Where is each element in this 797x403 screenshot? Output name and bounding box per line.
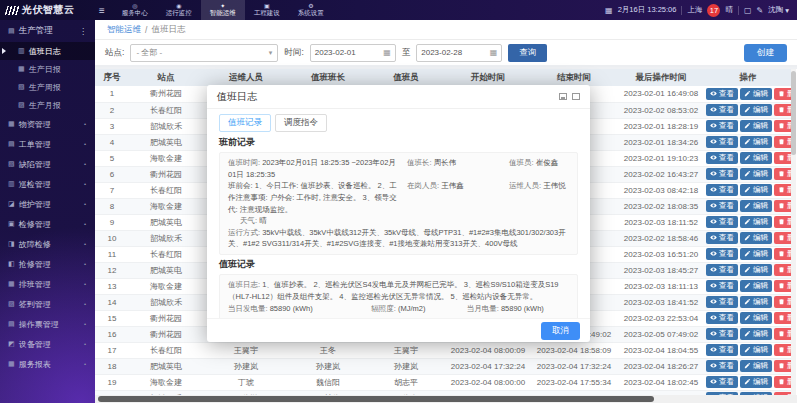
- tab-duty-record[interactable]: 值班记录: [219, 114, 271, 132]
- edit-button[interactable]: 编辑: [740, 216, 772, 229]
- minimize-icon[interactable]: [559, 93, 567, 100]
- sidebar-group-物资管理[interactable]: ▦物资管理•: [0, 114, 95, 134]
- sidebar-group-排班管理[interactable]: ▦排班管理•: [0, 274, 95, 294]
- nav-item-服务中心[interactable]: ◎服务中心: [113, 0, 157, 20]
- edit-button[interactable]: 编辑: [740, 200, 772, 213]
- view-button[interactable]: 查看: [706, 168, 738, 181]
- delete-button[interactable]: 删除: [774, 200, 791, 213]
- delete-button[interactable]: 删除: [774, 88, 791, 101]
- sidebar-group-故障检修[interactable]: ◨故障检修•: [0, 234, 95, 254]
- date-to-input[interactable]: 2023-02-28 ▦: [416, 44, 502, 62]
- sidebar-item-生产日报[interactable]: ▦生产日报: [0, 60, 95, 78]
- delete-button[interactable]: 删除: [774, 312, 791, 325]
- view-button[interactable]: 查看: [706, 232, 738, 245]
- sidebar-item-生产月报[interactable]: ▨生产月报: [0, 96, 95, 114]
- scrollbar-thumb[interactable]: [98, 396, 654, 402]
- edit-button[interactable]: 编辑: [740, 376, 772, 389]
- sidebar-group-工单管理[interactable]: ▤工单管理•: [0, 134, 95, 154]
- sidebar-group-production[interactable]: ▤生产管理⋮: [0, 20, 95, 42]
- query-button[interactable]: 查询: [508, 44, 547, 62]
- breadcrumb-parent[interactable]: 智能运维: [107, 24, 141, 36]
- view-button[interactable]: 查看: [706, 136, 738, 149]
- view-button[interactable]: 查看: [706, 200, 738, 213]
- view-button[interactable]: 查看: [706, 376, 738, 389]
- edit-button[interactable]: 编辑: [740, 360, 772, 373]
- edit-button[interactable]: 编辑: [740, 280, 772, 293]
- edit-button[interactable]: 编辑: [740, 296, 772, 309]
- delete-button[interactable]: 删除: [774, 120, 791, 133]
- edit-button[interactable]: 编辑: [740, 168, 772, 181]
- site-select[interactable]: - 全部 - ▾: [130, 44, 278, 62]
- nav-item-运行监控[interactable]: ◉运行监控: [157, 0, 201, 20]
- notification-badge[interactable]: 17: [707, 4, 720, 17]
- fullscreen-icon[interactable]: ▢: [744, 6, 752, 15]
- scrollbar-thumb[interactable]: [791, 71, 796, 155]
- edit-button[interactable]: 编辑: [740, 264, 772, 277]
- delete-button[interactable]: 删除: [774, 280, 791, 293]
- delete-button[interactable]: 删除: [774, 376, 791, 389]
- menu-toggle-icon[interactable]: ≡: [99, 5, 105, 16]
- edit-button[interactable]: 编辑: [740, 248, 772, 261]
- sidebar-item-值班日志[interactable]: ▥值班日志: [0, 42, 95, 60]
- delete-button[interactable]: 删除: [774, 152, 791, 165]
- date-from-input[interactable]: 2023-02-01 ▦: [310, 44, 396, 62]
- edit-button[interactable]: 编辑: [740, 120, 772, 133]
- edit-button[interactable]: 编辑: [740, 152, 772, 165]
- user-menu[interactable]: 沈陶 ▾: [768, 5, 789, 15]
- vertical-scrollbar[interactable]: [791, 69, 796, 395]
- calendar-icon[interactable]: ▦: [383, 48, 391, 57]
- more-vertical-icon[interactable]: ⋮: [79, 27, 87, 36]
- sidebar-group-服务报表[interactable]: ▦服务报表•: [0, 354, 95, 374]
- delete-button[interactable]: 删除: [774, 184, 791, 197]
- sidebar-group-抢修管理[interactable]: ◧抢修管理•: [0, 254, 95, 274]
- delete-button[interactable]: 删除: [774, 248, 791, 261]
- delete-button[interactable]: 删除: [774, 168, 791, 181]
- delete-button[interactable]: 删除: [774, 232, 791, 245]
- view-button[interactable]: 查看: [706, 120, 738, 133]
- sidebar-group-维护管理[interactable]: ◪维护管理•: [0, 194, 95, 214]
- edit-button[interactable]: 编辑: [740, 344, 772, 357]
- sidebar-group-缺陷管理[interactable]: ▧缺陷管理•: [0, 154, 95, 174]
- view-button[interactable]: 查看: [706, 344, 738, 357]
- edit-button[interactable]: 编辑: [740, 104, 772, 117]
- view-button[interactable]: 查看: [706, 88, 738, 101]
- delete-button[interactable]: 删除: [774, 296, 791, 309]
- sidebar-item-生产周报[interactable]: ▧生产周报: [0, 78, 95, 96]
- delete-button[interactable]: 删除: [774, 360, 791, 373]
- horizontal-scrollbar[interactable]: [95, 395, 797, 403]
- sidebar-group-巡检管理[interactable]: ▥巡检管理•: [0, 174, 95, 194]
- view-button[interactable]: 查看: [706, 152, 738, 165]
- edit-icon[interactable]: ✎: [757, 6, 764, 15]
- view-button[interactable]: 查看: [706, 264, 738, 277]
- edit-button[interactable]: 编辑: [740, 184, 772, 197]
- view-button[interactable]: 查看: [706, 104, 738, 117]
- view-button[interactable]: 查看: [706, 216, 738, 229]
- delete-button[interactable]: 删除: [774, 344, 791, 357]
- nav-item-系统设置[interactable]: ⚙系统设置: [289, 0, 333, 20]
- view-button[interactable]: 查看: [706, 184, 738, 197]
- city-label[interactable]: 上海: [687, 5, 702, 15]
- view-button[interactable]: 查看: [706, 312, 738, 325]
- view-button[interactable]: 查看: [706, 296, 738, 309]
- view-button[interactable]: 查看: [706, 328, 738, 341]
- edit-button[interactable]: 编辑: [740, 88, 772, 101]
- view-button[interactable]: 查看: [706, 360, 738, 373]
- nav-item-智能运维[interactable]: ✦智能运维: [201, 0, 245, 20]
- cancel-button[interactable]: 取消: [541, 322, 580, 340]
- delete-button[interactable]: 删除: [774, 264, 791, 277]
- tab-dispatch-order[interactable]: 调度指令: [275, 114, 327, 132]
- edit-button[interactable]: 编辑: [740, 312, 772, 325]
- sidebar-group-设备管理[interactable]: ◩设备管理•: [0, 334, 95, 354]
- view-button[interactable]: 查看: [706, 280, 738, 293]
- view-button[interactable]: 查看: [706, 248, 738, 261]
- delete-button[interactable]: 删除: [774, 328, 791, 341]
- nav-item-工程建设[interactable]: ▣工程建设: [245, 0, 289, 20]
- delete-button[interactable]: 删除: [774, 136, 791, 149]
- delete-button[interactable]: 删除: [774, 216, 791, 229]
- delete-button[interactable]: 删除: [774, 104, 791, 117]
- maximize-icon[interactable]: [572, 93, 580, 100]
- calendar-icon[interactable]: ▦: [490, 48, 498, 57]
- create-button[interactable]: 创建: [744, 44, 787, 62]
- sidebar-group-操作票管理[interactable]: ▤操作票管理•: [0, 314, 95, 334]
- sidebar-group-签到管理[interactable]: ▨签到管理•: [0, 294, 95, 314]
